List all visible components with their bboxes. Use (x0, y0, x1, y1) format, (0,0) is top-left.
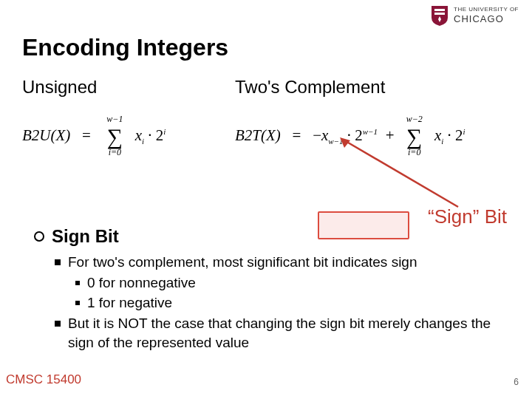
bullet-list: For two's complement, most significant b… (55, 253, 507, 353)
column-unsigned-label: Unsigned (22, 77, 97, 98)
sub-bullet-item: 1 for negative (75, 293, 507, 313)
b2t-lhs: B2T(X) (235, 126, 281, 144)
bullet-text: For two's complement, most significant b… (68, 253, 417, 272)
b2u-exp: i (163, 127, 166, 136)
b2t-xi-sub: i (441, 137, 443, 146)
formula-area: B2U(X) = w−1 ∑ i=0 xi · 2i B2T(X) = −xw−… (22, 103, 510, 170)
logo-line2: CHICAGO (454, 13, 519, 25)
square-bullet-icon (55, 259, 61, 265)
svg-rect-1 (434, 13, 445, 15)
b2t-term-base: 2 (455, 126, 463, 144)
course-code: CMSC 15400 (6, 372, 81, 387)
ring-bullet-icon (34, 231, 44, 242)
sign-bit-highlight (318, 211, 409, 239)
sigma-icon: ∑ (400, 126, 429, 148)
b2t-term-dot: · (448, 126, 451, 144)
b2u-eq: = (82, 126, 91, 144)
logo-line1: THE UNIVERSITY OF (454, 6, 519, 13)
b2u-sum-top: w−1 (100, 114, 129, 125)
b2u-sum-bot: i=0 (100, 147, 129, 158)
b2t-sum-top: w−2 (400, 114, 429, 125)
slide-title: Encoding Integers (22, 34, 228, 61)
bullet-item: For two's complement, most significant b… (55, 253, 507, 272)
bullet-item: But it is NOT the case that changing the… (55, 314, 507, 352)
b2t-plus: + (386, 126, 395, 144)
logo-text: THE UNIVERSITY OF CHICAGO (454, 6, 519, 24)
square-bullet-icon (75, 281, 80, 285)
b2t-exp: w−1 (363, 127, 378, 136)
b2u-xi-x: x (135, 126, 142, 144)
b2t-xsub: w−1 (328, 137, 343, 146)
b2u-xi-sub: i (142, 137, 144, 146)
b2t-x: x (321, 126, 328, 144)
b2t-base: 2 (355, 126, 363, 144)
b2u-lhs: B2U(X) (22, 126, 70, 144)
page-number: 6 (514, 377, 519, 387)
sign-bit-callout: “Sign” Bit (428, 205, 507, 228)
sub-bullet-text: 1 for negative (87, 293, 172, 313)
b2u-base: 2 (156, 126, 164, 144)
formula-b2t: B2T(X) = −xw−1 · 2w−1 + w−2 ∑ i=0 xi · 2… (235, 126, 466, 148)
square-bullet-icon (75, 301, 80, 305)
sub-bullet-item: 0 for nonnegative (75, 273, 507, 293)
b2t-xi-x: x (434, 126, 441, 144)
b2t-sum: w−2 ∑ i=0 (400, 126, 429, 148)
sigma-icon: ∑ (100, 126, 129, 148)
university-logo: THE UNIVERSITY OF CHICAGO (430, 4, 519, 27)
b2t-dot: · (347, 126, 351, 144)
svg-rect-0 (434, 9, 445, 11)
square-bullet-icon (55, 321, 61, 327)
bullet-text: But it is NOT the case that changing the… (68, 314, 507, 352)
b2t-neg: − (313, 126, 321, 144)
b2t-term-exp: i (463, 127, 466, 136)
b2t-sum-bot: i=0 (400, 147, 429, 158)
b2t-eq: = (293, 126, 301, 144)
shield-icon (430, 4, 449, 27)
b2u-dot: · (148, 126, 151, 144)
slide: THE UNIVERSITY OF CHICAGO Encoding Integ… (0, 0, 532, 399)
section-heading-text: Sign Bit (52, 226, 119, 246)
sub-bullet-text: 0 for nonnegative (87, 273, 196, 293)
section-heading: Sign Bit (34, 226, 119, 247)
formula-b2u: B2U(X) = w−1 ∑ i=0 xi · 2i (22, 126, 166, 148)
b2u-sum: w−1 ∑ i=0 (100, 126, 129, 148)
column-twos-label: Two's Complement (235, 77, 385, 98)
